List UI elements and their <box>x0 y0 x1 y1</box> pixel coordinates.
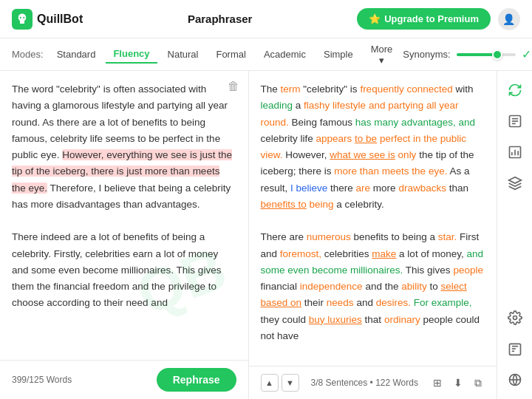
word-i-believe: I believe <box>290 183 327 194</box>
word-flashy: flashy <box>304 100 330 111</box>
synonyms-slider-track[interactable] <box>457 53 516 56</box>
user-icon: 👤 <box>502 13 515 25</box>
synonyms-slider-thumb <box>492 50 502 60</box>
synonyms-slider-container <box>457 53 516 56</box>
nav-arrows: ▲ ▼ <box>261 374 299 392</box>
word-frequently: frequently connected <box>360 83 452 95</box>
mode-simple[interactable]: Simple <box>316 46 361 63</box>
prev-sentence-button[interactable]: ▲ <box>261 374 279 392</box>
svg-rect-11 <box>509 344 520 355</box>
input-text-area[interactable]: 🗑 The word "celebrity" is often associat… <box>0 71 248 360</box>
right-panel: The term "celebrity" is frequently conne… <box>249 71 497 399</box>
sidebar-analytics-icon[interactable] <box>502 139 528 166</box>
copy-button[interactable]: ⧉ <box>471 375 485 391</box>
upgrade-button[interactable]: ⭐ Upgrade to Premium <box>357 8 491 30</box>
word-to-be: to be <box>355 133 377 144</box>
word-are: are <box>356 183 371 194</box>
word-leading: leading <box>261 100 293 111</box>
word-only: only <box>398 149 417 160</box>
download-button[interactable]: ⬇ <box>451 375 466 390</box>
input-text: The word "celebrity" is often associated… <box>12 81 236 312</box>
logo: QuillBot <box>12 9 83 30</box>
word-appears: appears <box>316 133 352 144</box>
sidebar-translate-icon[interactable] <box>502 366 528 393</box>
output-text: The term "celebrity" is frequently conne… <box>261 81 485 344</box>
word-independence: independence <box>300 281 363 292</box>
header: QuillBot Paraphraser ⭐ Upgrade to Premiu… <box>0 0 532 38</box>
synonyms-check-icon: ✓ <box>522 47 531 61</box>
highlighted-segment: However, everything we see is just the t… <box>12 149 232 194</box>
mode-natural[interactable]: Natural <box>160 46 206 63</box>
sentence-count: 3/8 Sentences <box>311 378 368 388</box>
word-what-we-see: what we see is <box>330 149 395 160</box>
word-being: being <box>310 199 334 210</box>
word-foremost: foremost, <box>280 248 321 259</box>
word-people: people <box>453 265 483 276</box>
left-footer: 399/125 Words Rephrase <box>0 360 248 399</box>
toolbar: Modes: Standard Fluency Natural Formal A… <box>0 38 532 71</box>
word-drawbacks: drawbacks <box>398 183 446 194</box>
mode-standard[interactable]: Standard <box>50 46 103 63</box>
word-count: 399/125 Words <box>12 375 72 385</box>
word-benefits-to: benefits to <box>261 199 307 210</box>
sidebar-paraphrase-icon[interactable] <box>502 77 528 103</box>
left-panel: 🗑 The word "celebrity" is often associat… <box>0 71 249 399</box>
mode-more[interactable]: More ▾ <box>364 41 400 69</box>
page-title: Paraphraser <box>188 13 253 25</box>
word-for-example: For example, <box>414 297 472 308</box>
synonyms-section: Synonyms: ✓ <box>403 47 531 61</box>
main-content: 🗑 The word "celebrity" is often associat… <box>0 71 532 399</box>
output-word-count: 122 Words <box>375 378 418 388</box>
output-text-area[interactable]: The term "celebrity" is frequently conne… <box>249 71 497 366</box>
word-ability: ability <box>401 281 427 292</box>
modes-label: Modes: <box>12 49 44 60</box>
next-sentence-button[interactable]: ▼ <box>282 374 299 392</box>
word-make: make <box>372 248 396 259</box>
synonyms-label: Synonyms: <box>403 49 450 60</box>
word-desires: desires. <box>376 297 411 308</box>
word-term: term <box>281 83 301 95</box>
upgrade-label: Upgrade to Premium <box>384 13 479 24</box>
mode-academic[interactable]: Academic <box>256 46 313 63</box>
right-footer: ▲ ▼ 3/8 Sentences • 122 Words ⊞ ⬇ ⧉ <box>249 366 497 399</box>
header-right: ⭐ Upgrade to Premium 👤 <box>357 8 520 30</box>
rephrase-button[interactable]: Rephrase <box>157 368 236 392</box>
right-footer-actions: ⊞ ⬇ ⧉ <box>430 375 485 391</box>
svg-point-10 <box>513 316 516 320</box>
sidebar-grammar-icon[interactable] <box>502 170 528 197</box>
logo-text: QuillBot <box>37 13 83 26</box>
word-has-many: has many advantages, and <box>355 117 475 128</box>
word-numerous: numerous <box>307 231 351 242</box>
word-buy-luxuries: buy luxuries <box>309 314 362 325</box>
sidebar-settings-icon[interactable] <box>502 304 528 331</box>
word-needs: needs <box>327 297 354 308</box>
word-ordinary: ordinary <box>384 314 420 325</box>
sentence-word-count: 3/8 Sentences • 122 Words <box>311 378 418 388</box>
word-more-than: more than meets the eye. <box>334 166 447 177</box>
upgrade-star-icon: ⭐ <box>369 13 381 24</box>
clear-button[interactable]: 🗑 <box>228 80 239 93</box>
sidebar-summarize-icon[interactable] <box>502 108 528 134</box>
user-avatar[interactable]: 👤 <box>498 8 520 30</box>
word-star: star. <box>438 231 457 242</box>
mode-formal[interactable]: Formal <box>208 46 253 63</box>
sidebar-history-icon[interactable] <box>502 335 528 362</box>
right-sidebar <box>497 71 532 399</box>
mode-fluency[interactable]: Fluency <box>106 45 157 64</box>
svg-point-1 <box>23 16 24 18</box>
logo-icon <box>12 9 33 30</box>
compare-button[interactable]: ⊞ <box>430 375 445 390</box>
svg-point-0 <box>20 16 21 18</box>
